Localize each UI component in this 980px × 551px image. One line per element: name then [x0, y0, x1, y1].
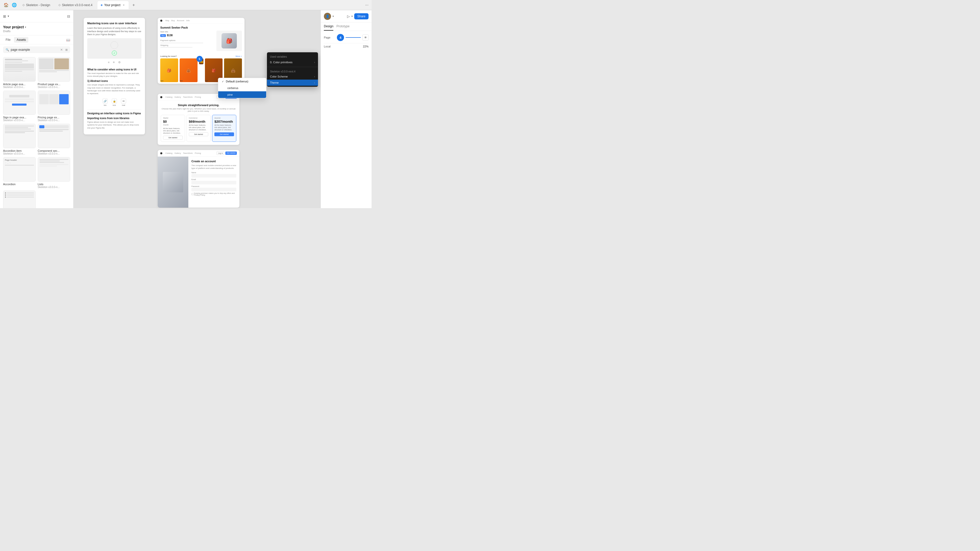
- share-button[interactable]: Share: [354, 13, 369, 19]
- zoom-label: Local: [324, 45, 331, 48]
- main-canvas[interactable]: Mastering icons use in user interface Le…: [73, 10, 321, 208]
- item-thumb: [3, 57, 36, 82]
- product-nav: MayBuyAccountInfo: [158, 18, 245, 24]
- grid-item-signin[interactable]: Sign in page exa... Skeleton v3.0.0-n...: [3, 91, 36, 122]
- theme-cerberus-item[interactable]: cerberus: [218, 85, 266, 91]
- tools-icon[interactable]: ⊞: [3, 14, 6, 18]
- nav-tab-assets[interactable]: Assets: [14, 37, 28, 43]
- thumb-price: $30: [200, 62, 202, 64]
- thumb-3-wrapper: 👝 $30 5: [199, 59, 204, 82]
- grid-item-page-header[interactable]: Page header ← ... → Accordion: [3, 157, 36, 189]
- thumb-1[interactable]: 🎒 $30: [160, 59, 178, 82]
- product-size: Size info: [160, 30, 214, 33]
- theme-item[interactable]: Theme ›: [267, 79, 318, 86]
- article-card: Mastering icons use in user interface Le…: [84, 18, 145, 135]
- shipping-bar: [160, 47, 192, 48]
- product-image: 🎒: [216, 30, 242, 51]
- thumb-2[interactable]: 👜 $30: [180, 59, 197, 82]
- tier-btn[interactable]: Get started: [163, 136, 183, 140]
- tier-btn[interactable]: Get started: [189, 132, 208, 136]
- item-label: Article page exa...: [3, 83, 36, 86]
- tier-btn-featured[interactable]: Get started: [215, 132, 234, 136]
- payment-bar: [160, 43, 203, 43]
- tab-design[interactable]: Design: [324, 22, 333, 30]
- globe-icon[interactable]: 🌐: [11, 2, 18, 8]
- play-chevron[interactable]: ▾: [352, 15, 353, 17]
- eye-button[interactable]: 👁: [363, 35, 369, 41]
- grid-item-pricing[interactable]: Pricing page ex... Skeleton v3.0.0-n...: [38, 91, 70, 122]
- product-layout: Size info Buy $138 Payment options Shipp…: [160, 30, 242, 51]
- name-field[interactable]: [191, 174, 236, 178]
- terms-checkbox[interactable]: [191, 193, 193, 195]
- page-slider[interactable]: [345, 37, 361, 38]
- theme-default-item[interactable]: ✓ Default (cerberus): [218, 78, 266, 85]
- thumb-price: $30: [205, 80, 208, 82]
- color-primitives-item[interactable]: 0. Color primitives ›: [267, 59, 318, 65]
- book-icon[interactable]: 📖: [66, 37, 70, 43]
- tab-label: Your project: [104, 3, 121, 7]
- new-tab-button[interactable]: +: [130, 2, 137, 8]
- pricing-tiers: Starter $0 /month All the basic features…: [161, 115, 236, 142]
- item-label: Pricing page ex...: [38, 116, 70, 119]
- signup-nav: CatalogGalleryTeamWorkPricing Log in Get…: [158, 150, 239, 157]
- nav-tab-file[interactable]: File: [3, 37, 13, 43]
- chevron-right-icon: ›: [314, 61, 315, 64]
- product-area: MayBuyAccountInfo Summit Seeker Pack Siz…: [158, 18, 245, 208]
- user-avatar[interactable]: 👤: [324, 13, 331, 20]
- section4-text: Figma allows icons to design an icon set…: [87, 121, 142, 129]
- email-field[interactable]: [191, 181, 236, 184]
- grid-item-accordion-item[interactable]: Accordion item Skeleton v3.0.0-n...: [3, 124, 36, 155]
- pricing-tier-ascend: Ascend $207/month All the basic features…: [212, 115, 236, 142]
- item-thumb: [38, 57, 70, 82]
- log-in-btn-2[interactable]: Log in: [216, 151, 224, 155]
- tab-close-button[interactable]: ✕: [122, 3, 126, 7]
- signup-logo: [160, 152, 162, 154]
- tab-skeleton-v3[interactable]: ◇ Skeleton v3.0.0-next.4: [56, 1, 95, 9]
- project-title[interactable]: Your project ▾: [3, 25, 70, 29]
- filter-icon[interactable]: ⊞: [65, 48, 68, 52]
- tab-skeleton-design[interactable]: ◇ Skeleton - Design: [19, 1, 53, 9]
- tab-your-project[interactable]: ◈ Your project ✕: [97, 1, 129, 9]
- grid-item-accordion[interactable]: Lists Skeleton v3.0.0-n...: [38, 157, 70, 189]
- tab-label: Skeleton - Design: [26, 3, 50, 7]
- avatar-chevron[interactable]: ▾: [332, 15, 334, 17]
- signup-nav-links: CatalogGalleryTeamWorkPricing: [165, 152, 201, 154]
- section4-heading: Importing icons from icon libraries: [87, 117, 142, 120]
- item-sub: Skeleton v3.0.0-n...: [38, 86, 70, 89]
- signup-card: CatalogGalleryTeamWorkPricing Log in Get…: [158, 150, 239, 208]
- grid-item-component[interactable]: Component sec... Skeleton v3.0.0-n...: [38, 124, 70, 155]
- layout-toggle-icon[interactable]: ⊟: [67, 14, 70, 18]
- pricing-content: Simple straightforward pricing. Choose t…: [158, 100, 239, 145]
- tools-chevron[interactable]: ▾: [8, 14, 9, 18]
- grid-item-lists[interactable]: Lists Skeleton v3.0.0-n...: [3, 191, 36, 208]
- search-input[interactable]: [11, 48, 59, 52]
- search-clear-icon[interactable]: ✕: [60, 48, 63, 52]
- product-nav-links: MayBuyAccountInfo: [165, 19, 189, 22]
- section3-heading: Designing an interface using icons in Fi…: [87, 112, 142, 115]
- more-menu-button[interactable]: ···: [365, 3, 369, 7]
- page-row: Page 4 👁: [324, 34, 369, 41]
- signup-layout: Create an account The compact and mobile…: [158, 157, 239, 208]
- color-scheme-item[interactable]: Color Scheme ›: [267, 73, 318, 79]
- tab-prototype[interactable]: Prototype: [336, 22, 349, 30]
- page-number-badge[interactable]: 4: [337, 34, 344, 41]
- product-tag: Buy: [160, 34, 166, 37]
- grid-item-product[interactable]: Product page ex... Skeleton v3.0.0-n...: [38, 57, 70, 89]
- item-thumb: [3, 124, 36, 148]
- signup-image: [158, 157, 188, 208]
- theme-pine-item[interactable]: pine: [218, 91, 266, 98]
- grid-item-article[interactable]: Article page exa... Skeleton v3.0.0-n...: [3, 57, 36, 89]
- panel-tabs: Design Prototype: [321, 22, 372, 31]
- play-icon[interactable]: ▷: [347, 14, 350, 18]
- item-sub: Skeleton v3.0.0-n...: [3, 152, 36, 155]
- avatar-area: 👤 ▾: [324, 13, 334, 20]
- tab-icon: ◇: [59, 3, 60, 6]
- article-icons: ≡ ☀ ⚙: [87, 59, 142, 66]
- more-btn[interactable]: More >: [235, 55, 242, 57]
- home-icon[interactable]: 🏠: [3, 2, 9, 8]
- browser-tab-bar: 🏠 🌐 ◇ Skeleton - Design ◇ Skeleton v3.0.…: [0, 0, 372, 10]
- item-sub: Skeleton v3.0.0-n...: [38, 186, 70, 189]
- pricing-logo: [160, 96, 162, 98]
- password-field[interactable]: [191, 188, 236, 191]
- get-started-btn-2[interactable]: Get started: [225, 151, 237, 155]
